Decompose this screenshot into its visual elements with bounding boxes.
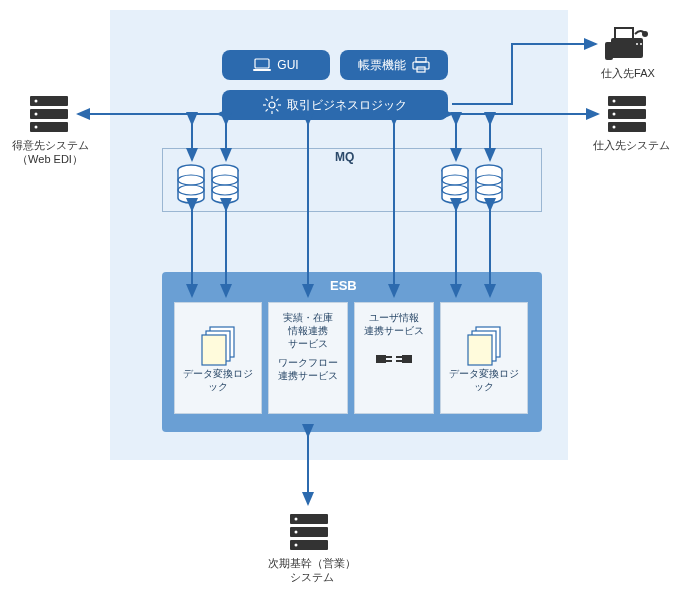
- arrows: [0, 0, 680, 600]
- diagram-canvas: GUI 帳票機能 取引ビジネスロジック MQ ESB データ変換ロジック 実績・…: [0, 0, 680, 600]
